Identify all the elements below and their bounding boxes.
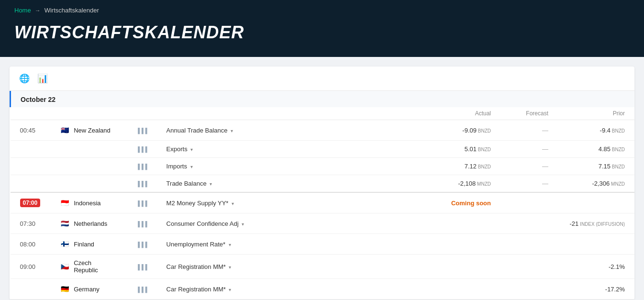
event-cell: Annual Trade Balance ▾ xyxy=(157,120,424,141)
actual-cell: 5.01 BNZD xyxy=(424,141,500,158)
chevron-down-icon: ▾ xyxy=(229,287,231,292)
table-row: 00:45 🇳🇿 New Zealand ▐▐▐ Annual Trade Ba… xyxy=(11,120,635,141)
prior-unit: BNZD xyxy=(611,128,625,133)
globe-icon[interactable]: 🌐 xyxy=(19,73,30,84)
event-name[interactable]: Unemployment Rate* ▾ xyxy=(167,241,231,248)
forecast-value: — xyxy=(542,163,548,170)
actual-unit: BNZD xyxy=(477,164,491,169)
actual-cell: Coming soon xyxy=(424,193,500,213)
table-row: ▐▐▐ Exports ▾ 5.01 BNZD — 4.85 BNZD xyxy=(11,141,635,158)
impact-icon: ▐▐▐ xyxy=(136,264,147,270)
forecast-cell xyxy=(500,234,558,255)
country-flag: 🇨🇿 xyxy=(59,261,70,272)
event-cell: Trade Balance ▾ xyxy=(157,175,424,193)
event-name[interactable]: Exports ▾ xyxy=(167,145,193,153)
event-name[interactable]: Annual Trade Balance ▾ xyxy=(167,127,233,134)
table-row: ▐▐▐ Imports ▾ 7.12 BNZD — 7.15 BNZD xyxy=(11,158,635,175)
prior-cell: -17.2% xyxy=(558,279,634,300)
country-cell: 🇫🇮 Finland xyxy=(50,234,126,255)
chevron-down-icon: ▾ xyxy=(232,201,234,206)
impact-cell: ▐▐▐ xyxy=(126,255,156,279)
col-impact-header xyxy=(126,107,156,120)
impact-cell: ▐▐▐ xyxy=(126,213,156,234)
actual-cell xyxy=(424,255,500,279)
country-name: Netherlands xyxy=(74,220,107,227)
impact-icon: ▐▐▐ xyxy=(136,181,147,187)
header: Home → Wirtschaftskalender WIRTSCHAFTSKA… xyxy=(0,0,644,57)
chevron-down-icon: ▾ xyxy=(190,164,193,169)
table-row: 07:30 🇳🇱 Netherlands ▐▐▐ Consumer Confid… xyxy=(11,213,635,234)
forecast-cell: — xyxy=(500,120,558,141)
prior-cell xyxy=(558,193,634,213)
forecast-value: — xyxy=(542,127,548,134)
actual-cell xyxy=(424,213,500,234)
time-cell xyxy=(11,141,50,158)
table-row: 08:00 🇫🇮 Finland ▐▐▐ Unemployment Rate* … xyxy=(11,234,635,255)
event-name[interactable]: Car Registration MM* ▾ xyxy=(167,263,232,270)
prior-cell xyxy=(558,234,634,255)
event-cell: Exports ▾ xyxy=(157,141,424,158)
prior-unit: BNZD xyxy=(611,164,625,169)
table-row: 🇩🇪 Germany ▐▐▐ Car Registration MM* ▾ -1… xyxy=(11,279,635,300)
actual-unit: MNZD xyxy=(476,181,491,187)
actual-cell xyxy=(424,279,500,300)
time-cell xyxy=(11,279,50,300)
event-cell: Imports ▾ xyxy=(157,158,424,175)
actual-cell: -9.09 BNZD xyxy=(424,120,500,141)
forecast-cell xyxy=(500,193,558,213)
forecast-value: — xyxy=(542,180,548,187)
country-name: Indonesia xyxy=(74,200,100,207)
impact-cell: ▐▐▐ xyxy=(126,175,156,193)
breadcrumb: Home → Wirtschaftskalender xyxy=(14,0,630,22)
time-cell: 09:00 xyxy=(11,255,50,279)
table-row: 09:00 🇨🇿 Czech Republic ▐▐▐ Car Registra… xyxy=(11,255,635,279)
impact-cell: ▐▐▐ xyxy=(126,141,156,158)
country-cell: 🇮🇩 Indonesia xyxy=(50,193,126,213)
breadcrumb-home-link[interactable]: Home xyxy=(14,7,31,14)
prior-cell: -21 Index (diffusion) xyxy=(558,213,634,234)
impact-cell: ▐▐▐ xyxy=(126,158,156,175)
breadcrumb-arrow: → xyxy=(35,7,41,14)
prior-cell: -9.4 BNZD xyxy=(558,120,634,141)
col-time-header xyxy=(11,107,50,120)
prior-unit: Index (diffusion) xyxy=(578,222,625,227)
event-name[interactable]: Trade Balance ▾ xyxy=(167,180,212,187)
coming-soon-badge: Coming soon xyxy=(451,200,491,207)
prior-cell: 7.15 BNZD xyxy=(558,158,634,175)
country-flag: 🇳🇿 xyxy=(59,125,70,135)
main-content: 🌐 📊 October 22 Actual Forecast Prior 00:… xyxy=(10,67,634,300)
country-cell xyxy=(50,158,126,175)
impact-icon: ▐▐▐ xyxy=(136,221,147,227)
country-cell xyxy=(50,141,126,158)
event-name[interactable]: Consumer Confidence Adj ▾ xyxy=(167,220,244,227)
impact-cell: ▐▐▐ xyxy=(126,234,156,255)
country-flag: 🇫🇮 xyxy=(59,239,70,249)
chevron-down-icon: ▾ xyxy=(231,128,233,133)
event-name[interactable]: M2 Money Supply YY* ▾ xyxy=(167,200,234,207)
prior-unit: BNZD xyxy=(611,147,625,152)
country-name: Finland xyxy=(74,241,94,248)
table-row: ▐▐▐ Trade Balance ▾ -2,108 MNZD — -2,306… xyxy=(11,175,635,193)
impact-icon: ▐▐▐ xyxy=(136,164,147,169)
chart-icon[interactable]: 📊 xyxy=(37,73,48,84)
actual-cell: 7.12 BNZD xyxy=(424,158,500,175)
col-actual-header: Actual xyxy=(424,107,500,120)
impact-cell: ▐▐▐ xyxy=(126,120,156,141)
actual-cell xyxy=(424,234,500,255)
date-label: October 22 xyxy=(11,91,635,107)
time-cell xyxy=(11,175,50,193)
event-cell: Car Registration MM* ▾ xyxy=(157,279,424,300)
calendar-table: October 22 Actual Forecast Prior 00:45 🇳… xyxy=(10,91,634,300)
forecast-cell xyxy=(500,279,558,300)
chevron-down-icon: ▾ xyxy=(229,242,231,247)
country-cell: 🇳🇱 Netherlands xyxy=(50,213,126,234)
col-prior-header: Prior xyxy=(558,107,634,120)
impact-cell: ▐▐▐ xyxy=(126,279,156,300)
impact-icon: ▐▐▐ xyxy=(136,128,147,133)
chevron-down-icon: ▾ xyxy=(242,222,244,227)
date-row: October 22 xyxy=(11,91,635,107)
event-name[interactable]: Imports ▾ xyxy=(167,163,193,170)
impact-cell: ▐▐▐ xyxy=(126,193,156,213)
event-name[interactable]: Car Registration MM* ▾ xyxy=(167,286,232,293)
event-cell: Car Registration MM* ▾ xyxy=(157,255,424,279)
